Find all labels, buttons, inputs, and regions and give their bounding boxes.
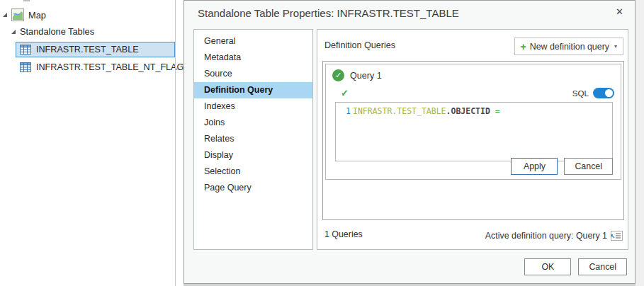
close-icon[interactable]: ✕ <box>616 6 623 17</box>
tree-row-standalone-tables[interactable]: Standalone Tables <box>11 26 94 37</box>
apply-button[interactable]: Apply <box>511 158 558 175</box>
tree-item-test-table-vw[interactable]: INFRASTR.TEST_TABLE_NT_FLAG_VW <box>16 59 175 75</box>
app-screen: Map Standalone Tables INFRASTR.TEST_TABL… <box>0 0 644 286</box>
sql-operator: = <box>490 106 500 116</box>
query-title: Query 1 <box>350 71 382 81</box>
nav-item-joins[interactable]: Joins <box>194 115 312 131</box>
standalone-table-properties-dialog: Standalone Table Properties: INFRASTR.TE… <box>183 0 635 284</box>
line-number: 1 <box>341 106 351 116</box>
tree-item-label[interactable]: INFRASTR.TEST_TABLE_NT_FLAG_VW <box>36 62 203 72</box>
new-definition-query-button[interactable]: + New definition query ▾ <box>514 38 623 55</box>
toggle-knob <box>605 89 613 97</box>
contents-pane: Map Standalone Tables INFRASTR.TEST_TABL… <box>0 0 175 286</box>
tree-label-map[interactable]: Map <box>28 10 46 21</box>
nav-item-source[interactable]: Source <box>194 66 312 82</box>
query-card-header: ✓ Query 1 <box>332 69 382 81</box>
table-icon <box>20 62 31 72</box>
clipped-item-fragment <box>23 0 30 1</box>
ok-button[interactable]: OK <box>524 258 571 275</box>
window-gutter-right <box>635 0 644 286</box>
sql-toggle[interactable] <box>593 88 614 98</box>
map-icon <box>11 8 24 21</box>
nav-item-page-query[interactable]: Page Query <box>194 180 312 196</box>
pane-divider <box>175 0 176 286</box>
queries-count: 1 Queries <box>324 229 363 239</box>
tree-label-standalone-tables[interactable]: Standalone Tables <box>20 26 94 37</box>
dialog-title: Standalone Table Properties: INFRASTR.TE… <box>198 7 459 19</box>
sql-label: SQL <box>572 88 589 98</box>
tree-row-map[interactable]: Map <box>3 8 46 21</box>
active-query-icon[interactable] <box>611 231 623 241</box>
expand-arrow-icon[interactable] <box>3 13 7 17</box>
chevron-down-icon: ▾ <box>614 43 617 50</box>
nav-item-metadata[interactable]: Metadata <box>194 50 312 66</box>
nav-item-display[interactable]: Display <box>194 147 312 164</box>
tree-item-label[interactable]: INFRASTR.TEST_TABLE <box>36 45 139 55</box>
query-cancel-button[interactable]: Cancel <box>564 158 613 175</box>
tree-item-test-table[interactable]: INFRASTR.TEST_TABLE <box>16 42 175 57</box>
sql-expression-editor[interactable]: 1INFRASTR.TEST_TABLE.OBJECTID = <box>335 102 613 161</box>
definition-queries-heading: Definition Queries <box>324 40 395 50</box>
expression-valid-icon: ✓ <box>341 88 349 98</box>
nav-item-indexes[interactable]: Indexes <box>194 98 312 115</box>
plus-icon: + <box>521 41 526 52</box>
nav-item-general[interactable]: General <box>194 33 312 50</box>
nav-item-relates[interactable]: Relates <box>194 131 312 147</box>
active-definition-query: Active definition query: Query 1 <box>485 231 623 241</box>
expand-arrow-icon[interactable] <box>11 30 16 34</box>
new-definition-query-label: New definition query <box>530 42 609 52</box>
properties-nav: General Metadata Source Definition Query… <box>193 29 313 250</box>
nav-item-selection[interactable]: Selection <box>194 164 312 180</box>
query-valid-icon: ✓ <box>332 69 344 81</box>
definition-query-panel: Definition Queries + New definition quer… <box>317 29 628 250</box>
table-icon <box>20 45 31 55</box>
sql-table-ref: INFRASTR.TEST_TABLE <box>353 106 446 116</box>
dialog-cancel-button[interactable]: Cancel <box>578 258 627 275</box>
query-card[interactable]: ✓ Query 1 ✓ SQL 1INFRASTR.TEST_TABLE.OBJ… <box>325 64 621 180</box>
active-definition-query-label: Active definition query: Query 1 <box>485 231 607 241</box>
query-card-toolbar: ✓ SQL <box>326 86 621 102</box>
sql-field: .OBJECTID <box>446 106 490 116</box>
sql-expression-line: 1INFRASTR.TEST_TABLE.OBJECTID = <box>336 103 612 116</box>
nav-item-definition-query[interactable]: Definition Query <box>194 82 312 98</box>
queries-list: ✓ Query 1 ✓ SQL 1INFRASTR.TEST_TABLE.OBJ… <box>322 61 624 220</box>
